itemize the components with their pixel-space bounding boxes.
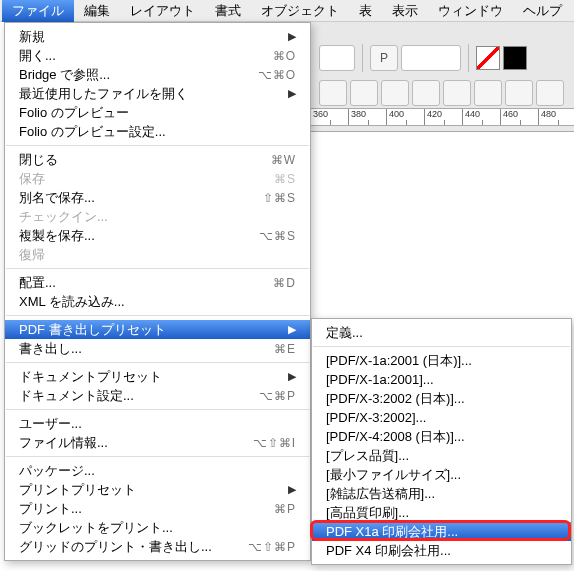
- menu-separator: [6, 145, 309, 146]
- ruler-tick: 460: [501, 109, 539, 125]
- submenu-arrow-icon: ▶: [288, 30, 296, 43]
- menu-separator: [313, 346, 570, 347]
- menu-item[interactable]: パッケージ...: [5, 461, 310, 480]
- menu-item[interactable]: 配置...⌘D: [5, 273, 310, 292]
- menu-separator: [6, 409, 309, 410]
- menu-item-label: グリッドのプリント・書き出し...: [19, 538, 238, 556]
- menu-item[interactable]: ドキュメントプリセット▶: [5, 367, 310, 386]
- menu-item[interactable]: Folio のプレビュー: [5, 103, 310, 122]
- menu-item-label: [PDF/X-1a:2001 (日本)]...: [326, 352, 557, 370]
- menu-item-label: PDF X1a 印刷会社用...: [326, 523, 557, 541]
- menu-item[interactable]: ドキュメント設定...⌥⌘P: [5, 386, 310, 405]
- menu-shortcut: ⌘W: [271, 153, 296, 167]
- ruler-tick: 480: [539, 109, 574, 125]
- ruler-tick: 400: [387, 109, 425, 125]
- menu-item[interactable]: 閉じる⌘W: [5, 150, 310, 169]
- paragraph-style-icon[interactable]: P: [370, 45, 398, 71]
- menu-item[interactable]: [PDF/X-1a:2001 (日本)]...: [312, 351, 571, 370]
- menu-item[interactable]: [PDF/X-4:2008 (日本)]...: [312, 427, 571, 446]
- menubar-item[interactable]: 編集: [74, 0, 120, 22]
- tool-button[interactable]: [505, 80, 533, 106]
- menu-item[interactable]: [PDF/X-3:2002]...: [312, 408, 571, 427]
- toolbar-divider: [468, 44, 469, 72]
- menu-item-label: ファイル情報...: [19, 434, 243, 452]
- menu-item[interactable]: 複製を保存...⌥⌘S: [5, 226, 310, 245]
- menu-item[interactable]: グリッドのプリント・書き出し...⌥⇧⌘P: [5, 537, 310, 556]
- menu-item[interactable]: プリントプリセット▶: [5, 480, 310, 499]
- fill-none-swatch[interactable]: [476, 46, 500, 70]
- menu-item[interactable]: プリント...⌘P: [5, 499, 310, 518]
- menu-item[interactable]: 新規▶: [5, 27, 310, 46]
- menu-item-label: [雑誌広告送稿用]...: [326, 485, 557, 503]
- tool-slot[interactable]: [319, 45, 355, 71]
- menu-separator: [6, 456, 309, 457]
- menu-item[interactable]: [雑誌広告送稿用]...: [312, 484, 571, 503]
- menu-item-label: [PDF/X-3:2002 (日本)]...: [326, 390, 557, 408]
- menu-shortcut: ⌥⌘O: [258, 68, 296, 82]
- menu-shortcut: ⌘P: [274, 502, 296, 516]
- menu-item[interactable]: Folio のプレビュー設定...: [5, 122, 310, 141]
- menubar-item[interactable]: 表: [349, 0, 382, 22]
- menu-item[interactable]: ブックレットをプリント...: [5, 518, 310, 537]
- menu-item[interactable]: ユーザー...: [5, 414, 310, 433]
- menu-shortcut: ⌘E: [274, 342, 296, 356]
- tool-button[interactable]: [350, 80, 378, 106]
- menu-item[interactable]: PDF 書き出しプリセット▶: [5, 320, 310, 339]
- menu-item[interactable]: 別名で保存...⇧⌘S: [5, 188, 310, 207]
- menu-item[interactable]: [プレス品質]...: [312, 446, 571, 465]
- menu-item-label: 復帰: [19, 246, 296, 264]
- menu-item[interactable]: 開く...⌘O: [5, 46, 310, 65]
- menu-item[interactable]: [PDF/X-3:2002 (日本)]...: [312, 389, 571, 408]
- menu-item-label: [最小ファイルサイズ]...: [326, 466, 557, 484]
- horizontal-ruler: 360380400420440460480: [311, 108, 574, 126]
- menu-item-label: 閉じる: [19, 151, 261, 169]
- menu-item[interactable]: PDF X4 印刷会社用...: [312, 541, 571, 560]
- menu-item[interactable]: 定義...: [312, 323, 571, 342]
- menu-item-label: ユーザー...: [19, 415, 296, 433]
- menubar-item[interactable]: ファイル: [2, 0, 74, 22]
- menu-item-label: PDF 書き出しプリセット: [19, 321, 280, 339]
- file-menu-dropdown: 新規▶開く...⌘OBridge で参照...⌥⌘O最近使用したファイルを開く▶…: [4, 22, 311, 561]
- menu-item-label: [プレス品質]...: [326, 447, 557, 465]
- menu-item[interactable]: [PDF/X-1a:2001]...: [312, 370, 571, 389]
- tool-button[interactable]: [381, 80, 409, 106]
- menu-item[interactable]: [高品質印刷]...: [312, 503, 571, 522]
- menu-item-label: プリント...: [19, 500, 264, 518]
- menu-item[interactable]: XML を読み込み...: [5, 292, 310, 311]
- menubar-item[interactable]: ヘルプ: [513, 0, 572, 22]
- menu-item-label: 複製を保存...: [19, 227, 249, 245]
- tool-button[interactable]: [443, 80, 471, 106]
- menu-item-label: 新規: [19, 28, 280, 46]
- menu-item-label: Folio のプレビュー: [19, 104, 296, 122]
- menu-item[interactable]: ファイル情報...⌥⇧⌘I: [5, 433, 310, 452]
- menu-item[interactable]: Bridge で参照...⌥⌘O: [5, 65, 310, 84]
- menu-item-label: パッケージ...: [19, 462, 296, 480]
- menubar-item[interactable]: ウィンドウ: [428, 0, 513, 22]
- tool-button[interactable]: [412, 80, 440, 106]
- menu-item-label: [高品質印刷]...: [326, 504, 557, 522]
- menu-item: 復帰: [5, 245, 310, 264]
- menubar-item[interactable]: 書式: [205, 0, 251, 22]
- toolbar-divider: [362, 44, 363, 72]
- tool-button[interactable]: [536, 80, 564, 106]
- menu-shortcut: ⌘S: [274, 172, 296, 186]
- menu-item: 保存⌘S: [5, 169, 310, 188]
- menu-item-label: 配置...: [19, 274, 263, 292]
- menubar-item[interactable]: オブジェクト: [251, 0, 349, 22]
- menu-item[interactable]: 書き出し...⌘E: [5, 339, 310, 358]
- menu-shortcut: ⌘D: [273, 276, 296, 290]
- menu-item[interactable]: PDF X1a 印刷会社用...: [312, 522, 571, 541]
- menu-item-label: ブックレットをプリント...: [19, 519, 296, 537]
- menu-item-label: [PDF/X-1a:2001]...: [326, 372, 557, 387]
- tool-button[interactable]: [319, 80, 347, 106]
- menu-item[interactable]: 最近使用したファイルを開く▶: [5, 84, 310, 103]
- tool-slot[interactable]: [401, 45, 461, 71]
- menubar-item[interactable]: レイアウト: [120, 0, 205, 22]
- menubar-item[interactable]: 表示: [382, 0, 428, 22]
- menu-item-label: 最近使用したファイルを開く: [19, 85, 280, 103]
- menu-item[interactable]: [最小ファイルサイズ]...: [312, 465, 571, 484]
- menu-item-label: ドキュメントプリセット: [19, 368, 280, 386]
- tool-button[interactable]: [474, 80, 502, 106]
- menu-shortcut: ⌥⌘P: [259, 389, 296, 403]
- stroke-swatch[interactable]: [503, 46, 527, 70]
